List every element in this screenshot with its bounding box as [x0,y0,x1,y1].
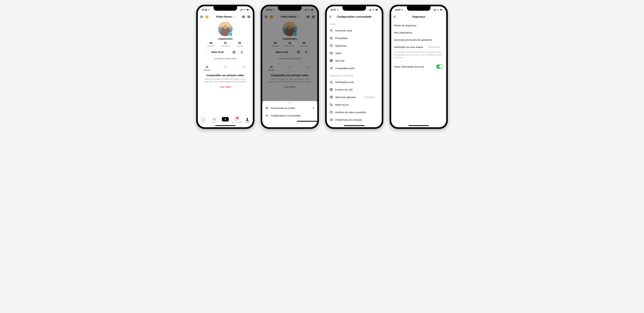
chevron-down-icon [232,16,234,18]
svg-rect-5 [247,9,248,10]
svg-rect-44 [370,9,370,10]
moon-icon [330,103,333,106]
svg-point-8 [243,16,244,17]
bio-text: Jornalista e social media [214,57,236,60]
row-security-alerts[interactable]: Alertas de segurança › [391,22,446,29]
svg-point-41 [267,115,268,116]
svg-rect-50 [330,38,332,39]
row-manage-account[interactable]: Gerenciar conta › [327,27,382,34]
followers-stat[interactable]: 23 Seguidores [218,42,232,47]
bell-icon [330,80,333,84]
nav-create[interactable]: + [220,117,231,121]
row-push[interactable]: Notificações push › [327,78,382,86]
svg-rect-47 [376,9,377,10]
person-star-icon [266,106,268,109]
wifi-icon [372,9,375,11]
row-history[interactable]: Histórico de vídeos assistidos › [327,108,382,116]
row-live[interactable]: Eventos de LIVE › [327,86,382,93]
nav-discover[interactable]: Descobrir [209,117,220,123]
row-privacy[interactable]: Privacidade › [327,34,382,42]
row-language[interactable]: Idioma do aplicativo Português › [327,93,382,101]
inbox-badge: 28 [236,117,239,119]
save-info-toggle[interactable] [436,64,444,69]
location-arrow-icon [401,9,403,11]
lock-icon [330,36,333,40]
signal-icon [433,9,436,11]
empty-title: Compartilhe seu primeiro vídeo [202,74,248,77]
row-content-pref[interactable]: Preferências de conteúdo › [327,116,382,123]
sheet-settings-privacy[interactable]: Configurações e privacidade [262,112,317,119]
svg-rect-64 [435,9,436,10]
section-content: CONTEÚDO E ATIVIDADE [327,72,382,78]
empty-state: Compartilhe seu primeiro vídeo Grave ou … [198,70,253,92]
row-balance[interactable]: Saldo › [327,49,382,57]
add-story-badge[interactable]: + [228,32,232,36]
avatar[interactable]: + [218,22,232,36]
svg-rect-45 [371,9,371,10]
sheet-creator-tools[interactable]: Ferramentas do criador [262,104,317,112]
row-app-permissions[interactable]: Gerenciar permissões de aplicativos › [391,36,446,43]
svg-rect-51 [330,52,332,54]
instagram-button[interactable] [231,49,237,55]
signal-icon [369,9,371,11]
nav-home[interactable]: Início [198,117,209,123]
bookmark-button[interactable] [238,49,245,55]
svg-rect-52 [330,59,331,60]
row-dark-mode[interactable]: Modo escuro › [327,101,382,108]
create-video-link[interactable]: Criar vídeo [202,86,248,88]
nav-inbox[interactable]: Caixa de entrada 28 [231,117,242,123]
svg-rect-54 [330,61,331,62]
svg-rect-55 [332,61,332,61]
edit-profile-button[interactable]: Editar Perfil [206,49,230,55]
menu-button[interactable] [247,15,250,18]
back-button[interactable] [393,15,398,18]
eye-icon[interactable] [242,15,245,18]
qr-icon [330,59,333,62]
live-icon [330,88,333,91]
following-stat[interactable]: 86 Seguindo [204,42,218,47]
home-indicator [215,125,236,126]
status-time: 10:57 [330,8,336,11]
svg-point-58 [331,90,332,90]
row-share-profile[interactable]: Compartilhar perfil › [327,64,382,72]
svg-rect-61 [433,10,434,10]
svg-rect-56 [332,61,332,62]
row-security[interactable]: Segurança › [327,42,382,49]
svg-rect-67 [442,9,442,10]
wallet-icon [330,51,333,55]
username-handle: @opedrohen [218,37,232,40]
likes-stat[interactable]: 56 Curtidas [232,42,247,47]
svg-rect-18 [243,67,244,68]
svg-rect-42 [369,10,369,10]
svg-rect-3 [242,9,242,10]
section-conta: CONTA [327,20,382,27]
wifi-icon [243,9,246,11]
twofa-description: A verificação em duas etapas oferece uma… [391,51,446,60]
empty-body: Grave ou carregue um vídeo com efeitos, … [202,78,248,83]
nav-profile[interactable]: Perfil [242,117,253,123]
coin-icon[interactable] [205,15,208,18]
back-button[interactable] [328,15,333,18]
svg-point-19 [213,118,216,121]
row-your-devices[interactable]: Seus dispositivos › [391,29,446,36]
gear-icon [266,114,268,117]
home-indicator [344,125,364,126]
row-2fa[interactable]: Verificação em duas etapas Desativada › [391,43,446,51]
battery-icon [246,9,249,11]
svg-rect-43 [370,9,370,10]
add-friend-button[interactable] [200,15,204,18]
sheet-handle[interactable] [287,103,292,103]
status-time: 10:53 [202,8,207,11]
settings-header: Configurações e privacidade [327,13,382,20]
tab-liked[interactable] [216,64,234,70]
svg-rect-59 [330,96,332,98]
svg-rect-6 [249,9,249,10]
page-title: Segurança [398,15,440,18]
svg-rect-62 [434,9,434,10]
tab-private[interactable] [234,64,253,70]
row-qr[interactable]: QR code › [327,57,382,64]
battery-icon [440,9,442,11]
tab-grid[interactable] [198,64,216,70]
profile-name-dropdown[interactable]: Pedro Nunes [216,15,234,18]
battery-icon [376,9,378,11]
